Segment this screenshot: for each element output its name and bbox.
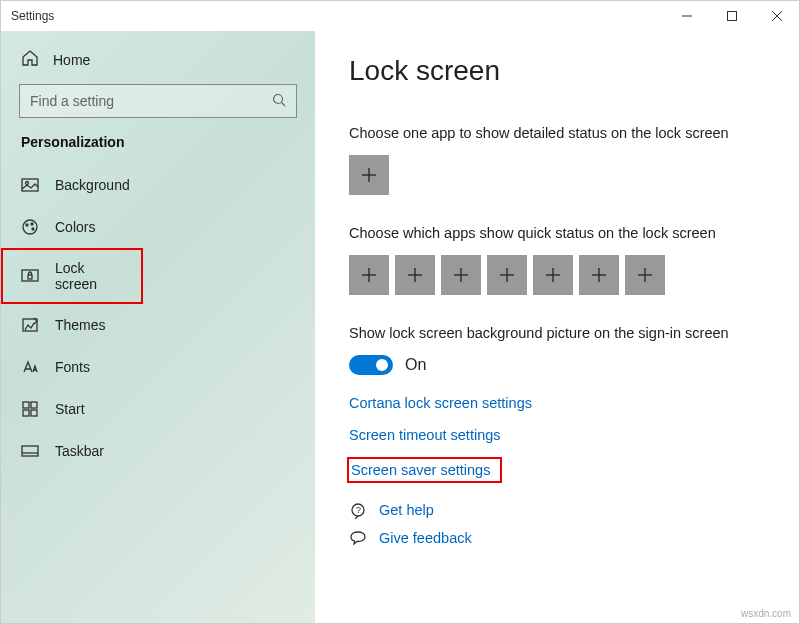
- picture-icon: [21, 176, 39, 194]
- svg-point-11: [32, 228, 34, 230]
- sidebar-item-background[interactable]: Background: [1, 164, 315, 206]
- main-content: Lock screen Choose one app to show detai…: [315, 31, 799, 623]
- window-controls: [664, 1, 799, 31]
- timeout-link[interactable]: Screen timeout settings: [349, 427, 765, 443]
- maximize-button[interactable]: [709, 1, 754, 31]
- watermark: wsxdn.com: [741, 608, 791, 619]
- window-title: Settings: [11, 9, 54, 23]
- page-title: Lock screen: [349, 55, 765, 87]
- add-quick-app-button[interactable]: [349, 255, 389, 295]
- search-input[interactable]: Find a setting: [19, 84, 297, 118]
- svg-rect-15: [23, 402, 29, 408]
- add-quick-app-button[interactable]: [533, 255, 573, 295]
- add-quick-app-button[interactable]: [625, 255, 665, 295]
- sidebar-item-label: Colors: [55, 219, 95, 235]
- sidebar-item-colors[interactable]: Colors: [1, 206, 315, 248]
- toggle-state: On: [405, 356, 426, 374]
- home-icon: [21, 49, 39, 70]
- quick-status-label: Choose which apps show quick status on t…: [349, 225, 765, 241]
- svg-rect-13: [28, 275, 32, 279]
- sidebar-item-lock-screen[interactable]: Lock screen: [1, 248, 143, 304]
- quick-status-row: [349, 255, 765, 295]
- signin-toggle[interactable]: [349, 355, 393, 375]
- svg-point-4: [274, 94, 283, 103]
- category-title: Personalization: [1, 134, 315, 164]
- signin-picture-label: Show lock screen background picture on t…: [349, 325, 765, 341]
- add-quick-app-button[interactable]: [441, 255, 481, 295]
- svg-rect-17: [23, 410, 29, 416]
- sidebar-item-taskbar[interactable]: Taskbar: [1, 430, 315, 472]
- sidebar-item-label: Themes: [55, 317, 106, 333]
- svg-point-7: [26, 182, 29, 185]
- cortana-link[interactable]: Cortana lock screen settings: [349, 395, 765, 411]
- svg-rect-18: [31, 410, 37, 416]
- add-quick-app-button[interactable]: [579, 255, 619, 295]
- search-wrap: Find a setting: [1, 84, 315, 134]
- search-icon: [272, 93, 286, 110]
- palette-icon: [21, 218, 39, 236]
- svg-rect-19: [22, 446, 38, 456]
- sidebar-item-label: Lock screen: [55, 260, 123, 292]
- nav-list: Background Colors Lock screen: [1, 164, 315, 472]
- sidebar-item-fonts[interactable]: Fonts: [1, 346, 315, 388]
- add-quick-app-button[interactable]: [487, 255, 527, 295]
- fonts-icon: [21, 358, 39, 376]
- screen-saver-link[interactable]: Screen saver settings: [349, 459, 500, 481]
- taskbar-icon: [21, 442, 39, 460]
- feedback-row[interactable]: Give feedback: [349, 529, 765, 547]
- feedback-link[interactable]: Give feedback: [379, 530, 472, 546]
- minimize-button[interactable]: [664, 1, 709, 31]
- sidebar-item-label: Start: [55, 401, 85, 417]
- themes-icon: [21, 316, 39, 334]
- add-detailed-app-button[interactable]: [349, 155, 389, 195]
- lock-screen-icon: [21, 267, 39, 285]
- sidebar-item-label: Taskbar: [55, 443, 104, 459]
- sidebar-item-themes[interactable]: Themes: [1, 304, 315, 346]
- svg-point-8: [23, 220, 37, 234]
- home-label: Home: [53, 52, 90, 68]
- window-body: Home Find a setting Personalization Back…: [1, 31, 799, 623]
- svg-rect-16: [31, 402, 37, 408]
- home-nav[interactable]: Home: [1, 43, 315, 84]
- sidebar: Home Find a setting Personalization Back…: [1, 31, 315, 623]
- signin-toggle-row: On: [349, 355, 765, 375]
- get-help-row[interactable]: ? Get help: [349, 501, 765, 519]
- start-icon: [21, 400, 39, 418]
- add-quick-app-button[interactable]: [395, 255, 435, 295]
- detailed-status-label: Choose one app to show detailed status o…: [349, 125, 765, 141]
- svg-point-10: [31, 223, 33, 225]
- sidebar-item-start[interactable]: Start: [1, 388, 315, 430]
- close-button[interactable]: [754, 1, 799, 31]
- sidebar-item-label: Background: [55, 177, 130, 193]
- svg-text:?: ?: [356, 505, 361, 515]
- titlebar: Settings: [1, 1, 799, 31]
- search-placeholder: Find a setting: [30, 93, 114, 109]
- svg-point-9: [26, 224, 28, 226]
- settings-window: Settings Home Find a set: [0, 0, 800, 624]
- svg-rect-1: [727, 12, 736, 21]
- help-icon: ?: [349, 501, 367, 519]
- detailed-status-row: [349, 155, 765, 195]
- get-help-link[interactable]: Get help: [379, 502, 434, 518]
- svg-line-5: [282, 102, 286, 106]
- sidebar-item-label: Fonts: [55, 359, 90, 375]
- feedback-icon: [349, 529, 367, 547]
